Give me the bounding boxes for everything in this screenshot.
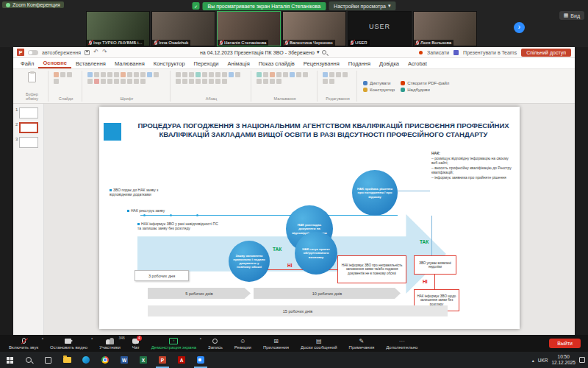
nak-actions-block[interactable]: НАК: розміщує відповідну інформацію на с… xyxy=(431,151,515,180)
tab-animations[interactable]: Анімація xyxy=(223,58,254,68)
slide-thumbnail-3[interactable]: 3 xyxy=(15,137,41,148)
apps-button[interactable]: ⊞ Приложения xyxy=(257,335,295,352)
chrome-button[interactable] xyxy=(96,352,115,368)
tab-insert[interactable]: Вставлення xyxy=(71,58,110,68)
zoom-app-pill[interactable]: Zoom Конференция xyxy=(2,1,64,8)
participants-button[interactable]: Участники 346 xyxy=(93,335,126,352)
tab-file[interactable]: Файл xyxy=(16,58,38,68)
share-options-caret[interactable]: ▴ xyxy=(200,336,201,340)
participant-tile[interactable]: Валентина Черненко xyxy=(282,11,346,46)
tab-slideshow[interactable]: Показ слайдів xyxy=(254,58,299,68)
present-in-teams-button[interactable]: Презентувати в Teams xyxy=(463,50,517,55)
circle-final-decision[interactable]: НАК приймає рішення про погодження / про… xyxy=(352,170,398,216)
clock-date: 12.12.2025 xyxy=(551,360,576,365)
ribbon-group-paragraph[interactable]: Абзац xyxy=(172,71,251,102)
timeline-3-days[interactable]: 3 робочих дня xyxy=(135,270,189,281)
participant-tile-active-speaker[interactable]: Наталія Степанікова xyxy=(217,11,281,46)
dictate-button[interactable]: Диктувати xyxy=(363,81,395,85)
circle-draft-conclusion[interactable]: НАК готує проект обґрунтованого висновку xyxy=(295,232,337,275)
next-participants-button[interactable]: › xyxy=(514,22,525,33)
tab-home[interactable]: Основне xyxy=(38,58,71,68)
autosave-toggle[interactable] xyxy=(28,50,38,55)
slide-title[interactable]: ПРОЦЕДУРА ПОГОДЖЕННЯ З НАЦІОНАЛЬНИМ АГЕН… xyxy=(137,121,509,140)
addins-button[interactable]: Надбудови xyxy=(401,88,449,92)
share-button[interactable]: Спільний доступ xyxy=(521,49,571,57)
participant-tile[interactable]: Леся Вольнова xyxy=(413,11,477,46)
ribbon-group-drawing[interactable]: Малювання xyxy=(253,71,318,102)
file-explorer-button[interactable] xyxy=(57,352,76,368)
slide-thumbnail-2[interactable]: 2 xyxy=(15,122,41,133)
acrobat-button[interactable]: A xyxy=(172,352,191,368)
ribbon-group-slides[interactable]: Слайди xyxy=(50,71,82,102)
mic-options-caret[interactable]: ▴ xyxy=(42,336,43,340)
reactions-button[interactable]: ☺ Реакции xyxy=(229,335,257,352)
taskbar-clock[interactable]: 10:50 12.12.2025 xyxy=(551,354,576,366)
slide-thumbnail-1[interactable]: 1 xyxy=(15,107,41,118)
slide-canvas[interactable]: ПРОЦЕДУРА ПОГОДЖЕННЯ З НАЦІОНАЛЬНИМ АГЕН… xyxy=(99,107,520,329)
taskbar-search-button[interactable] xyxy=(19,352,38,368)
ppt-titlebar: P автозбереження ↶ ↷ на 04.12.2023 Презе… xyxy=(13,47,575,58)
document-title[interactable]: на 04.12.2023 Презентація ПК ЗВО - Збере… xyxy=(200,49,326,55)
redbox-fix-deficiencies[interactable]: ЗВО усуває виявлені недоліки xyxy=(414,255,456,275)
view-settings-button[interactable]: Настройки просмотра ▾ xyxy=(329,1,395,10)
mic-off-icon xyxy=(285,40,288,45)
stop-video-button[interactable]: Остановить видео ▴ xyxy=(44,335,93,352)
view-button[interactable]: ▦ Вид xyxy=(559,11,584,20)
tab-transitions[interactable]: Переходи xyxy=(190,58,223,68)
redbox-incorrect-application[interactable]: НАК інформує ЗВО про неправильність запо… xyxy=(337,255,406,283)
tab-design[interactable]: Конструктор xyxy=(149,58,190,68)
tab-acrobat[interactable]: Acrobat xyxy=(404,58,431,68)
whiteboards-icon: ▤ xyxy=(316,338,322,344)
word-button[interactable]: W xyxy=(115,352,134,368)
save-icon[interactable] xyxy=(85,50,90,55)
record-icon xyxy=(212,339,218,344)
designer-button[interactable]: Конструктор xyxy=(363,88,395,92)
circle-application-complete[interactable]: Заяву заповнено правильно і подано докум… xyxy=(229,241,270,282)
leave-meeting-button[interactable]: Выйти xyxy=(549,339,581,348)
participant-tile[interactable]: USER USER xyxy=(348,11,412,46)
zoom-app-button[interactable] xyxy=(191,352,210,368)
create-pdf-button[interactable]: Створити PDF-файл xyxy=(401,81,449,85)
record-button[interactable]: Записати xyxy=(427,50,449,55)
task-view-button[interactable] xyxy=(38,352,57,368)
step-submit-application[interactable]: ЗВО подає до НАК заяву з відповідними до… xyxy=(110,188,174,197)
timeline-5-days[interactable]: 5 робочих днів xyxy=(148,288,251,299)
ribbon-group-editing[interactable]: Редагування xyxy=(319,71,357,102)
redo-icon[interactable]: ↷ xyxy=(102,49,107,55)
share-screen-button[interactable]: ↑ Демонстрация экрана ▴ xyxy=(146,335,202,352)
chat-button[interactable]: Чат 4 xyxy=(126,335,146,352)
participant-tile[interactable]: Ігор ТУРКО ЛНУВМБ і... xyxy=(86,11,150,46)
timeline-10-days[interactable]: 10 робочих днів xyxy=(254,288,401,299)
powerpoint-button[interactable]: P xyxy=(153,352,172,368)
tray-expand-icon[interactable]: ▴ xyxy=(532,358,534,363)
process-dot xyxy=(170,214,172,216)
start-button[interactable] xyxy=(0,352,19,368)
action-center-icon[interactable] xyxy=(579,357,585,363)
undo-icon[interactable]: ↶ xyxy=(93,49,98,55)
paste-icon[interactable] xyxy=(28,72,36,82)
edge-button[interactable] xyxy=(76,352,96,368)
more-button[interactable]: ··· Дополнительно xyxy=(380,335,423,352)
record-button[interactable]: Запись xyxy=(202,335,229,352)
tab-review[interactable]: Рецензування xyxy=(299,58,344,68)
zoom-app-label: Zoom Конференция xyxy=(12,2,60,7)
security-shield-icon[interactable]: ✓ xyxy=(192,2,199,10)
decorative-square[interactable] xyxy=(104,123,121,141)
whiteboards-button[interactable]: ▤ Доски сообщений xyxy=(295,335,343,352)
video-options-caret[interactable]: ▴ xyxy=(91,336,93,340)
ribbon-group-clipboard[interactable]: Буфер обміну xyxy=(16,71,49,102)
step-reject-notice[interactable]: НАК інформує ЗВО у разі невідповідності … xyxy=(137,222,218,231)
participant-tile[interactable]: Inna Osadchuk xyxy=(151,11,215,46)
mic-off-icon xyxy=(351,40,354,45)
timeline-15-days[interactable]: 15 робочих днів xyxy=(148,305,448,316)
ribbon-group-font[interactable]: Шрифт xyxy=(84,71,171,102)
annotations-button[interactable]: ✎ Примечания xyxy=(343,335,381,352)
unmute-button[interactable]: Включить звук ▴ xyxy=(3,335,44,352)
tab-draw[interactable]: Малювання xyxy=(110,58,149,68)
tab-view[interactable]: Подання xyxy=(344,58,375,68)
step-register-application[interactable]: НАК реєструє заяву xyxy=(127,208,186,213)
tab-help[interactable]: Довідка xyxy=(375,58,404,68)
slide-stage: ПРОЦЕДУРА ПОГОДЖЕННЯ З НАЦІОНАЛЬНИМ АГЕН… xyxy=(44,104,575,335)
language-indicator[interactable]: UKR xyxy=(538,358,548,363)
excel-button[interactable]: X xyxy=(134,352,153,368)
